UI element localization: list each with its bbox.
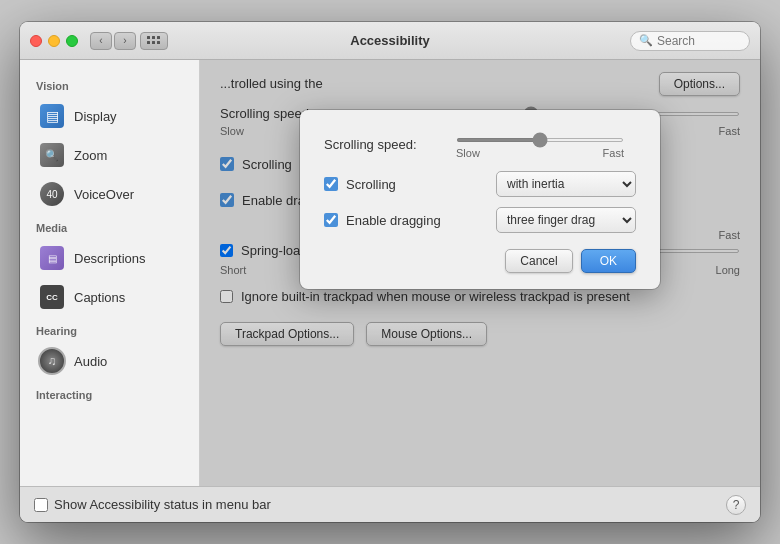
status-checkbox-label: Show Accessibility status in menu bar: [54, 497, 271, 512]
descriptions-icon: ▤: [38, 244, 66, 272]
search-box[interactable]: 🔍: [630, 31, 750, 51]
nav-buttons: ‹ ›: [90, 32, 136, 50]
help-button[interactable]: ?: [726, 495, 746, 515]
voiceover-icon: 40: [38, 180, 66, 208]
modal-fast-label: Fast: [603, 147, 624, 159]
titlebar: ‹ › Accessibility 🔍: [20, 22, 760, 60]
modal-scrolling-speed-row: Scrolling speed: Slow Fast: [324, 130, 636, 159]
modal-dragging-dropdown[interactable]: three finger drag with drag lock without…: [496, 207, 636, 233]
forward-button[interactable]: ›: [114, 32, 136, 50]
modal-scrolling-dropdown[interactable]: with inertia without inertia: [496, 171, 636, 197]
bottom-bar: Show Accessibility status in menu bar ?: [20, 486, 760, 522]
modal-scrolling-checkbox-row: Scrolling with inertia without inertia: [324, 171, 636, 197]
search-input[interactable]: [657, 34, 737, 48]
modal-dragging-checkbox[interactable]: [324, 213, 338, 227]
sidebar-item-display-label: Display: [74, 109, 117, 124]
maximize-button[interactable]: [66, 35, 78, 47]
sidebar-item-audio-label: Audio: [74, 354, 107, 369]
traffic-lights: [30, 35, 78, 47]
audio-icon: ♫: [38, 347, 66, 375]
back-button[interactable]: ‹: [90, 32, 112, 50]
grid-icon: [147, 36, 161, 45]
sidebar-item-captions[interactable]: CC Captions: [26, 278, 193, 316]
sidebar-item-zoom-label: Zoom: [74, 148, 107, 163]
modal-slider-wrap: Slow Fast: [456, 130, 624, 159]
modal-ok-button[interactable]: OK: [581, 249, 636, 273]
modal-dialog: Scrolling speed: Slow Fast: [300, 110, 660, 289]
hearing-section-label: Hearing: [20, 317, 199, 341]
vision-section-label: Vision: [20, 72, 199, 96]
modal-button-row: Cancel OK: [324, 249, 636, 273]
search-icon: 🔍: [639, 34, 653, 47]
sidebar: Vision ▤ Display 🔍 Zoom 40 VoiceOver Me: [20, 60, 200, 486]
close-button[interactable]: [30, 35, 42, 47]
sidebar-item-audio[interactable]: ♫ Audio: [26, 342, 193, 380]
modal-scrolling-speed-label: Scrolling speed:: [324, 137, 444, 152]
modal-scrolling-checkbox-left: Scrolling: [324, 177, 396, 192]
sidebar-item-voiceover[interactable]: 40 VoiceOver: [26, 175, 193, 213]
modal-slider-labels: Slow Fast: [456, 147, 624, 159]
grid-button[interactable]: [140, 32, 168, 50]
captions-icon: CC: [38, 283, 66, 311]
minimize-button[interactable]: [48, 35, 60, 47]
interacting-section-label: Interacting: [20, 381, 199, 405]
modal-slow-label: Slow: [456, 147, 480, 159]
modal-dragging-label: Enable dragging: [346, 213, 441, 228]
sidebar-item-descriptions[interactable]: ▤ Descriptions: [26, 239, 193, 277]
monitor-icon: ▤: [38, 102, 66, 130]
window-title: Accessibility: [350, 33, 430, 48]
status-checkbox-row: Show Accessibility status in menu bar: [34, 497, 726, 512]
main-window: ‹ › Accessibility 🔍 Vision ▤ Display: [20, 22, 760, 522]
modal-cancel-button[interactable]: Cancel: [505, 249, 572, 273]
modal-scrolling-label: Scrolling: [346, 177, 396, 192]
modal-dragging-row: Enable dragging three finger drag with d…: [324, 207, 636, 233]
zoom-icon: 🔍: [38, 141, 66, 169]
sidebar-item-voiceover-label: VoiceOver: [74, 187, 134, 202]
content-area: Vision ▤ Display 🔍 Zoom 40 VoiceOver Me: [20, 60, 760, 486]
modal-scrolling-speed-slider[interactable]: [456, 138, 624, 142]
sidebar-item-captions-label: Captions: [74, 290, 125, 305]
modal-overlay: Scrolling speed: Slow Fast: [200, 60, 760, 486]
sidebar-item-descriptions-label: Descriptions: [74, 251, 146, 266]
main-panel: ...trolled using the Options... Scrollin…: [200, 60, 760, 486]
status-checkbox[interactable]: [34, 498, 48, 512]
modal-dragging-checkbox-left: Enable dragging: [324, 213, 441, 228]
sidebar-item-zoom[interactable]: 🔍 Zoom: [26, 136, 193, 174]
media-section-label: Media: [20, 214, 199, 238]
modal-scrolling-checkbox[interactable]: [324, 177, 338, 191]
sidebar-item-display[interactable]: ▤ Display: [26, 97, 193, 135]
